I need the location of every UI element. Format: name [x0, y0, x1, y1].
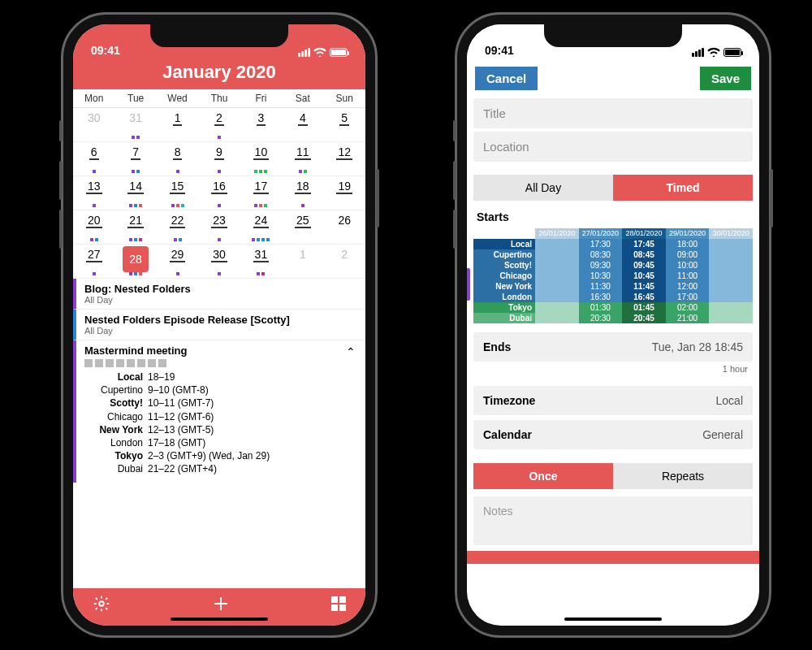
- ends-value: Tue, Jan 28 18:45: [652, 340, 743, 353]
- title-field[interactable]: Title: [473, 98, 753, 128]
- seg-timed[interactable]: Timed: [613, 175, 753, 201]
- day-cell[interactable]: 4: [282, 108, 323, 142]
- status-time: 09:41: [91, 44, 120, 57]
- date-column[interactable]: 30/01/2020: [709, 228, 753, 239]
- day-cell[interactable]: 13: [73, 176, 114, 210]
- day-cell[interactable]: 3: [240, 108, 282, 142]
- event-subtitle: All Day: [84, 326, 357, 336]
- ends-row[interactable]: Ends Tue, Jan 28 18:45: [473, 332, 753, 362]
- day-cell[interactable]: 29: [157, 245, 198, 279]
- calendar-row[interactable]: Calendar General: [473, 420, 753, 449]
- seg-all-day[interactable]: All Day: [473, 175, 613, 201]
- date-column[interactable]: 26/01/2020: [535, 228, 579, 239]
- day-cell[interactable]: 1: [282, 245, 323, 279]
- day-cell[interactable]: 7: [114, 142, 156, 176]
- picker-row[interactable]: Scotty!09:3009:4510:00: [473, 260, 753, 271]
- day-cell[interactable]: 28: [114, 245, 156, 279]
- picker-row[interactable]: Tokyo01:3001:4502:00: [473, 302, 753, 313]
- gear-icon: [93, 595, 110, 613]
- day-cell[interactable]: 10: [240, 142, 282, 176]
- seg-once[interactable]: Once: [473, 463, 613, 489]
- settings-button[interactable]: [93, 595, 110, 613]
- day-cell[interactable]: 21: [114, 210, 156, 245]
- day-cell[interactable]: 22: [157, 210, 198, 245]
- repeat-segment: Once Repeats: [473, 463, 753, 489]
- add-button[interactable]: [211, 594, 231, 613]
- weekday-header: MonTueWedThuFriSatSun: [73, 89, 365, 108]
- day-cell[interactable]: 27: [73, 245, 114, 279]
- day-cell[interactable]: 26: [324, 210, 365, 245]
- day-cell[interactable]: 30: [198, 245, 240, 279]
- day-cell[interactable]: 25: [282, 210, 323, 245]
- day-cell[interactable]: 2: [198, 108, 240, 142]
- date-column[interactable]: 28/01/2020: [622, 228, 666, 239]
- day-cell[interactable]: 15: [157, 176, 198, 210]
- day-cell[interactable]: 17: [240, 176, 282, 210]
- calendar-title[interactable]: January 2020: [73, 60, 365, 89]
- day-cell[interactable]: 31: [240, 245, 282, 279]
- event-item-expanded[interactable]: Mastermind meeting ⌃ Local18–19Cupertino…: [73, 340, 365, 483]
- day-cell[interactable]: 2: [324, 245, 365, 279]
- timezone-row: Scotty!10–11 (GMT-7): [84, 396, 357, 410]
- plus-icon: [211, 594, 231, 613]
- day-cell[interactable]: 6: [73, 142, 114, 176]
- picker-row[interactable]: New York11:3011:4512:00: [473, 281, 753, 292]
- picker-row[interactable]: Chicago10:3010:4511:00: [473, 271, 753, 281]
- day-cell[interactable]: 12: [324, 142, 365, 176]
- day-cell[interactable]: 30: [73, 108, 114, 142]
- status-icons: [692, 47, 741, 57]
- wifi-icon: [313, 47, 326, 57]
- chevron-up-icon[interactable]: ⌃: [346, 345, 356, 358]
- event-item[interactable]: Blog: Nested Folders All Day: [73, 279, 365, 310]
- timezone-row[interactable]: Timezone Local: [473, 386, 753, 415]
- timezone-row: Chicago11–12 (GMT-6): [84, 410, 357, 423]
- weekday-label: Sun: [324, 89, 365, 107]
- day-cell[interactable]: 16: [198, 176, 240, 210]
- day-cell[interactable]: 8: [157, 142, 198, 176]
- timezone-label: Timezone: [483, 394, 535, 407]
- day-cell[interactable]: 14: [114, 176, 156, 210]
- event-subtitle: All Day: [84, 295, 357, 305]
- weekday-label: Tue: [114, 89, 156, 107]
- day-cell[interactable]: 18: [282, 176, 323, 210]
- attendee-squares: [84, 359, 357, 367]
- save-button[interactable]: Save: [700, 67, 751, 90]
- picker-row[interactable]: Local17:3017:4518:00: [473, 239, 753, 249]
- cancel-button[interactable]: Cancel: [475, 67, 538, 90]
- picker-row[interactable]: London16:3016:4517:00: [473, 292, 753, 302]
- timezone-row: London17–18 (GMT): [84, 436, 357, 449]
- status-time: 09:41: [485, 44, 514, 57]
- wifi-icon: [707, 47, 720, 57]
- weekday-label: Sat: [282, 89, 323, 107]
- picker-row[interactable]: Cupertino08:3008:4509:00: [473, 249, 753, 260]
- day-cell[interactable]: 19: [324, 176, 365, 210]
- bottom-bar: [467, 551, 759, 564]
- picker-row[interactable]: Dubai20:3020:4521:00: [473, 313, 753, 323]
- battery-icon: [330, 48, 348, 57]
- date-column[interactable]: 27/01/2020: [579, 228, 623, 239]
- location-field[interactable]: Location: [473, 132, 753, 162]
- month-grid[interactable]: 3031123456789101112131415161718192021222…: [73, 108, 365, 279]
- weekday-label: Thu: [198, 89, 240, 107]
- status-icons: [298, 47, 348, 57]
- day-cell[interactable]: 23: [198, 210, 240, 245]
- day-cell[interactable]: 1: [157, 108, 198, 142]
- timezone-row: Tokyo2–3 (GMT+9) (Wed, Jan 29): [84, 449, 357, 462]
- weekday-label: Fri: [240, 89, 282, 107]
- view-switch-button[interactable]: [331, 596, 346, 611]
- timezone-row: Local18–19: [84, 370, 357, 384]
- battery-icon: [723, 48, 741, 57]
- svg-point-0: [99, 601, 104, 606]
- weekday-label: Wed: [157, 89, 198, 107]
- notes-field[interactable]: Notes: [473, 496, 753, 545]
- date-column[interactable]: 29/01/2020: [666, 228, 710, 239]
- event-item[interactable]: Nested Folders Episode Release [Scotty] …: [73, 310, 365, 340]
- seg-repeats[interactable]: Repeats: [613, 463, 753, 489]
- day-cell[interactable]: 5: [324, 108, 365, 142]
- day-cell[interactable]: 11: [282, 142, 323, 176]
- day-cell[interactable]: 24: [240, 210, 282, 245]
- day-cell[interactable]: 20: [73, 210, 114, 245]
- time-picker[interactable]: 26/01/202027/01/202028/01/202029/01/2020…: [473, 228, 753, 323]
- day-cell[interactable]: 9: [198, 142, 240, 176]
- day-cell[interactable]: 31: [114, 108, 156, 142]
